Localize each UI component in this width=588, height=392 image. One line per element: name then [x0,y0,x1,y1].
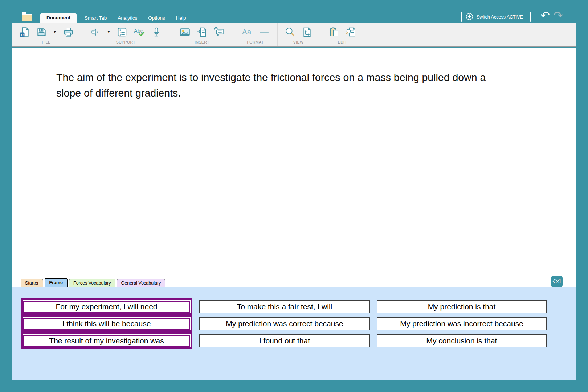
print-icon [63,26,74,38]
toolbar-group-label: SUPPORT [81,39,171,46]
undo-button[interactable]: ↶ [539,9,551,22]
switch-access-label: Switch Access ACTIVE [477,15,523,20]
speak-dropdown-button[interactable]: ▼ [106,25,111,38]
page-layout-button[interactable] [301,25,313,38]
new-document-icon: D [19,26,30,38]
toolbar-group-edit: EDIT [319,23,366,46]
tab-smart-tab[interactable]: Smart Tab [79,14,112,23]
svg-text:Abç: Abç [134,28,143,33]
find-replace-icon [346,26,357,38]
application-window: Document Smart Tab Analytics Options Hel… [0,0,588,392]
zoom-button[interactable] [284,25,296,38]
toolbar-group-label: VIEW [278,39,319,46]
cell-button[interactable]: For my experiment, I will need [21,298,192,315]
spellcheck-icon: Abç [133,26,145,38]
cell-button[interactable]: To make this a fair test, I will [199,300,370,313]
folder-icon[interactable] [21,11,33,23]
cell-button[interactable]: The result of my investigation was [21,332,192,349]
speak-button[interactable] [89,25,102,38]
delete-button[interactable]: ⌫ [551,276,563,287]
cell-button[interactable]: I found out that [199,334,370,347]
paste-icon [328,26,340,38]
titlebar: Document Smart Tab Analytics Options Hel… [0,0,588,23]
save-icon [36,26,47,38]
picture-icon [179,26,191,38]
chevron-down-icon: ▼ [53,30,57,34]
svg-text:Aa: Aa [242,27,252,36]
backspace-icon: ⌫ [553,278,561,285]
toolbar-group-label: EDIT [319,39,366,46]
cell-button[interactable]: My prediction was incorrect because [377,317,547,330]
paste-button[interactable] [328,25,340,38]
cell-label: I think this will be because [23,318,190,330]
page-layout-icon [301,26,313,38]
spellcheck-button[interactable]: Abç [133,25,146,38]
new-document-button[interactable]: D [18,25,30,38]
toolbar: D ▼ [12,23,576,47]
undo-icon: ↶ [540,9,550,22]
add-comment-icon [213,26,225,38]
insert-document-button[interactable] [196,25,208,38]
panel-tab-forces-vocabulary[interactable]: Forces Vocabulary [69,279,115,287]
cell-button[interactable]: My prediction is that [377,300,547,313]
toolbar-group-label: FORMAT [233,39,277,46]
toolbar-spacer [366,23,576,46]
toolbar-group-label: FILE [12,39,81,46]
add-comment-button[interactable] [213,25,225,38]
cell-button[interactable]: My prediction was correct because [199,317,370,330]
toolbar-group-support: ▼ 1 2 3 Abç [81,23,171,46]
main-menu-tabs: Document Smart Tab Analytics Options Hel… [40,13,192,23]
insert-picture-button[interactable] [179,25,191,38]
save-button[interactable] [35,25,48,38]
panel-tab-frame[interactable]: Frame [45,278,68,287]
toolbar-group-format: Aa FORMAT [233,23,278,46]
alignment-button[interactable] [258,25,270,38]
panel-tab-starter[interactable]: Starter [21,279,43,287]
print-button[interactable] [62,25,74,38]
tab-analytics[interactable]: Analytics [112,14,143,23]
switch-access-icon [466,13,473,21]
toolbar-group-file: D ▼ [12,23,81,46]
tab-document[interactable]: Document [40,13,77,23]
tab-options[interactable]: Options [143,14,171,23]
text-format-icon: Aa [241,26,253,38]
insert-document-icon [196,26,208,38]
text-format-button[interactable]: Aa [241,25,253,38]
word-bank-button[interactable]: 1 2 3 [116,25,128,38]
toolbar-group-label: INSERT [171,39,233,46]
cell-label: For my experiment, I will need [23,301,190,313]
alignment-icon [258,26,270,38]
sentence-starter-grid: For my experiment, I will need To make t… [21,298,547,349]
svg-text:D: D [21,33,23,37]
microphone-icon [151,26,162,38]
word-bank-panel: For my experiment, I will need To make t… [12,287,576,380]
word-bank-tabs: Starter Frame Forces Vocabulary General … [21,278,167,287]
toolbar-group-view: VIEW [278,23,319,46]
save-dropdown-button[interactable]: ▼ [52,25,57,38]
cell-button[interactable]: I think this will be because [21,315,192,332]
cell-label: The result of my investigation was [23,335,190,347]
document-page[interactable]: The aim of the experiment is to investig… [12,48,576,287]
document-text[interactable]: The aim of the experiment is to investig… [56,70,506,101]
toolbar-group-insert: INSERT [171,23,233,46]
switch-access-button[interactable]: Switch Access ACTIVE [461,12,531,22]
panel-tab-general-vocabulary[interactable]: General Vocabulary [117,279,166,287]
chevron-down-icon: ▼ [107,30,110,34]
svg-text:3: 3 [119,33,121,36]
numbered-list-icon: 1 2 3 [117,26,128,38]
redo-icon: ↷ [554,9,563,22]
find-replace-button[interactable] [345,25,357,38]
cell-button[interactable]: My conclusion is that [377,334,547,347]
tab-help[interactable]: Help [171,14,192,23]
zoom-icon [284,26,295,38]
record-button[interactable] [150,25,163,38]
speaker-icon [90,26,101,38]
redo-button[interactable]: ↷ [552,9,564,22]
